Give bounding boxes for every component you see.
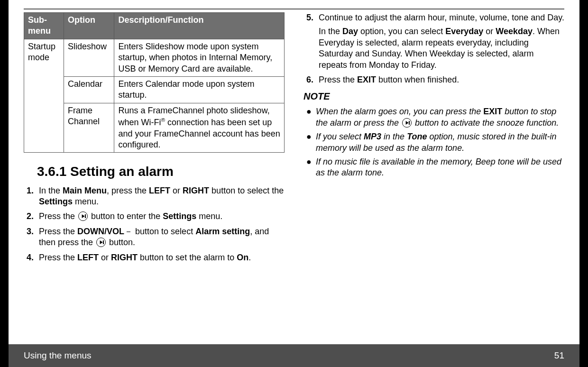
cell-desc: Enters Calendar mode upon system startup… — [114, 76, 285, 103]
section-heading: 3.6.1 Setting an alarm — [37, 163, 285, 180]
col-submenu: Sub-menu — [24, 13, 64, 39]
note-2: ● If you select MP3 in the Tone option, … — [303, 131, 564, 154]
note-heading: NOTE — [303, 90, 564, 102]
step-5-para1: Continue to adjust the alarm hour, minut… — [319, 13, 564, 22]
cell-desc: Enters Slideshow mode upon system startu… — [114, 39, 285, 76]
page-footer: Using the menus 51 — [9, 344, 579, 367]
note-3: ● If no music file is available in the m… — [303, 156, 564, 179]
right-column: 5. Continue to adjust the alarm hour, mi… — [303, 12, 564, 267]
step-3: 3. Press the DOWN/VOL－ button to select … — [24, 226, 285, 248]
startup-mode-table: Sub-menu Option Description/Function Sta… — [24, 12, 285, 153]
registered-mark: ® — [161, 117, 165, 123]
step-1: 1. In the Main Menu, press the LEFT or R… — [24, 185, 285, 208]
table-header-row: Sub-menu Option Description/Function — [24, 13, 285, 39]
manual-page: Sub-menu Option Description/Function Sta… — [0, 0, 588, 367]
footer-title: Using the menus — [24, 350, 92, 361]
cell-submenu: Startup mode — [24, 39, 64, 153]
cell-option: Slideshow — [64, 39, 114, 76]
top-rule — [24, 9, 564, 9]
page-number: 51 — [554, 350, 564, 361]
step-6: 6. Press the EXIT button when finished. — [303, 74, 564, 85]
left-column: Sub-menu Option Description/Function Sta… — [24, 12, 285, 267]
col-option: Option — [64, 13, 114, 39]
page-content: Sub-menu Option Description/Function Sta… — [9, 0, 579, 344]
step-5: 5. Continue to adjust the alarm hour, mi… — [303, 12, 564, 71]
step-5-para2: In the Day option, you can select Everyd… — [319, 26, 564, 71]
cell-desc: Runs a FrameChannel photo slideshow, whe… — [114, 103, 285, 153]
play-pause-icon — [78, 211, 88, 221]
two-column-layout: Sub-menu Option Description/Function Sta… — [24, 12, 564, 267]
table-row: Startup mode Slideshow Enters Slideshow … — [24, 39, 285, 76]
notes-list: ● When the alarm goes on, you can press … — [303, 106, 564, 178]
steps-list-right: 5. Continue to adjust the alarm hour, mi… — [303, 12, 564, 85]
play-pause-icon — [402, 118, 412, 128]
bullet-icon: ● — [303, 131, 316, 154]
play-pause-icon — [96, 238, 106, 247]
col-description: Description/Function — [114, 13, 285, 39]
bullet-icon: ● — [303, 156, 316, 179]
steps-list-left: 1. In the Main Menu, press the LEFT or R… — [24, 185, 285, 263]
cell-option: Calendar — [64, 76, 114, 103]
bullet-icon: ● — [303, 106, 316, 128]
cell-option: Frame Channel — [64, 103, 114, 153]
step-4: 4. Press the LEFT or RIGHT button to set… — [24, 252, 285, 263]
note-1: ● When the alarm goes on, you can press … — [303, 106, 564, 128]
step-2: 2. Press the button to enter the Setting… — [24, 211, 285, 222]
